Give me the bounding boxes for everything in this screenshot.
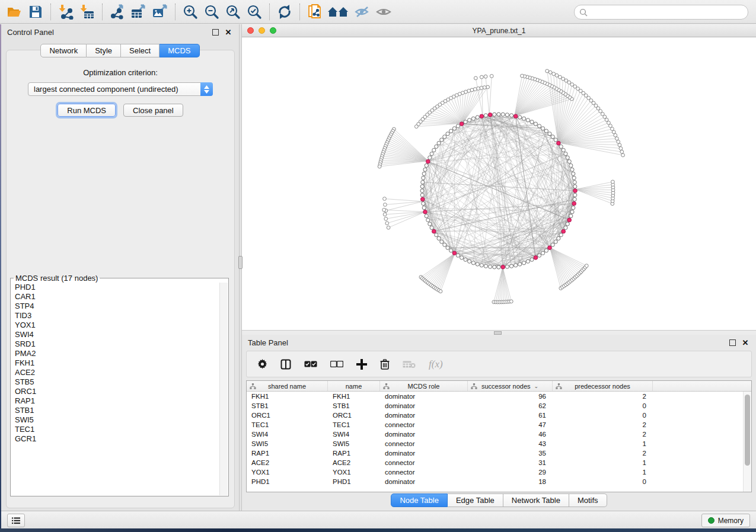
table-cell-filler [653, 448, 751, 458]
table-row[interactable]: YOX1YOX1connector291 [247, 467, 751, 477]
control-panel: Control Panel ✕ Network Style Select MCD… [1, 24, 239, 511]
mcds-result-item[interactable]: YOX1 [15, 321, 218, 330]
deselect-all-button[interactable] [330, 361, 343, 367]
search-input[interactable] [591, 8, 748, 17]
table-row[interactable]: TEC1TEC1connector472 [247, 420, 751, 430]
table-row[interactable]: SWI4SWI4dominator462 [247, 430, 751, 439]
maximize-window-icon[interactable] [270, 27, 276, 34]
show-columns-button[interactable] [280, 359, 291, 370]
mcds-result-item[interactable]: PMA2 [15, 349, 218, 358]
mcds-result-item[interactable]: TEC1 [15, 425, 218, 434]
toolbar-separator [175, 4, 176, 20]
mcds-result-scrollbar[interactable] [219, 283, 228, 495]
tab-network[interactable]: Network [40, 44, 87, 57]
table-cell: 96 [468, 392, 553, 401]
tab-mcds[interactable]: MCDS [160, 44, 199, 57]
close-window-icon[interactable] [247, 27, 254, 34]
import-network-button[interactable] [55, 2, 76, 22]
mcds-result-item[interactable]: ACE2 [15, 368, 218, 377]
optimization-criterion-select[interactable]: largest connected component (undirected) [28, 82, 213, 96]
table-row[interactable]: FKH1FKH1dominator962 [247, 392, 751, 401]
run-mcds-button[interactable]: Run MCDS [58, 104, 116, 117]
column-header-successor-nodes[interactable]: successor nodes ⌄ [468, 381, 553, 391]
table-panel-close-button[interactable]: ✕ [741, 338, 750, 347]
mcds-result-item[interactable]: FKH1 [15, 358, 218, 368]
zoom-fit-button[interactable] [222, 2, 244, 22]
mcds-result-item[interactable]: SRD1 [15, 339, 218, 349]
import-network-icon [58, 4, 74, 20]
mcds-result-item[interactable]: SWI5 [15, 415, 218, 425]
mcds-result-item[interactable]: CAR1 [15, 292, 218, 302]
export-image-button[interactable] [149, 2, 171, 22]
tab-edge-table[interactable]: Edge Table [448, 493, 503, 507]
import-table-button[interactable] [76, 2, 98, 22]
gear-icon [257, 359, 267, 369]
add-row-button[interactable] [356, 359, 367, 370]
column-header-mcds-role[interactable]: MCDS role [380, 381, 468, 391]
tree-icon [471, 383, 477, 389]
tab-node-table[interactable]: Node Table [391, 493, 448, 507]
table-cell: TEC1 [328, 420, 380, 430]
search-field[interactable] [574, 5, 748, 20]
save-session-button[interactable] [25, 2, 46, 22]
mcds-result-item[interactable]: TID3 [15, 311, 218, 321]
task-history-button[interactable] [7, 514, 25, 527]
plus-icon [356, 359, 367, 370]
zoom-selected-button[interactable] [244, 2, 265, 22]
column-label: shared name [268, 383, 306, 390]
tab-select[interactable]: Select [121, 44, 160, 57]
horizontal-splitter[interactable] [242, 330, 756, 335]
mcds-result-item[interactable]: SWI4 [15, 330, 218, 339]
table-panel-float-button[interactable] [728, 338, 737, 347]
mcds-result-item[interactable]: STP4 [15, 302, 218, 311]
control-panel-close-button[interactable]: ✕ [224, 27, 233, 37]
mcds-result-item[interactable]: GCR1 [15, 434, 218, 444]
show-all-button[interactable] [373, 2, 394, 22]
zoom-in-button[interactable] [180, 2, 201, 22]
memory-status-icon [708, 517, 714, 524]
mcds-result-item[interactable]: STB5 [15, 377, 218, 387]
table-row[interactable]: ORC1ORC1dominator610 [247, 411, 751, 420]
table-row[interactable]: ACE2ACE2connector311 [247, 458, 751, 467]
column-header-name[interactable]: name [328, 381, 380, 391]
table-row[interactable]: SWI5SWI5connector431 [247, 439, 751, 448]
zoom-out-button[interactable] [201, 2, 222, 22]
hide-selected-button[interactable] [352, 2, 373, 22]
duplicate-network-button[interactable] [304, 2, 326, 22]
tab-network-table[interactable]: Network Table [503, 493, 569, 507]
open-file-button[interactable] [4, 2, 25, 22]
memory-button[interactable]: Memory [701, 514, 750, 527]
network-graph[interactable] [242, 37, 756, 330]
tab-motifs[interactable]: Motifs [569, 493, 607, 507]
control-panel-float-button[interactable] [210, 27, 220, 37]
function-builder-button[interactable]: f(x) [429, 358, 443, 370]
column-header-shared-name[interactable]: shared name [247, 381, 328, 391]
mcds-result-item[interactable]: STB1 [15, 406, 218, 415]
mcds-result-item[interactable]: PHD1 [15, 283, 218, 292]
export-table-button[interactable] [128, 2, 149, 22]
table-cell: dominator [380, 392, 468, 401]
mcds-result-item[interactable]: RAP1 [15, 396, 218, 406]
close-panel-button[interactable]: Close panel [123, 104, 183, 117]
table-row[interactable]: STB1STB1dominator620 [247, 401, 751, 411]
export-network-button[interactable] [107, 2, 128, 22]
network-window-titlebar[interactable]: YPA_prune.txt_1 [242, 24, 756, 37]
neighbors-button[interactable] [326, 2, 352, 22]
column-header-predecessor-nodes[interactable]: predecessor nodes [553, 381, 653, 391]
select-all-button[interactable] [304, 361, 317, 367]
refresh-button[interactable] [274, 2, 295, 22]
tab-style[interactable]: Style [87, 44, 121, 57]
table-scrollbar[interactable] [743, 392, 751, 492]
delete-row-button[interactable] [380, 359, 390, 370]
table-scrollbar-thumb[interactable] [745, 395, 750, 466]
mcds-panel: Optimization criterion: largest connecte… [6, 50, 235, 508]
mcds-result-list[interactable]: PHD1CAR1STP4TID3YOX1SWI4SRD1PMA2FKH1ACE2… [15, 283, 218, 495]
table-settings-button[interactable] [257, 359, 267, 369]
table-row[interactable]: RAP1RAP1dominator352 [247, 448, 751, 458]
network-canvas[interactable] [242, 37, 756, 330]
table-row[interactable]: PHD1PHD1dominator180 [247, 477, 751, 486]
vertical-splitter-handle[interactable] [238, 256, 243, 269]
mcds-result-item[interactable]: ORC1 [15, 387, 218, 396]
delete-table-button[interactable] [403, 360, 416, 368]
minimize-window-icon[interactable] [259, 27, 265, 34]
